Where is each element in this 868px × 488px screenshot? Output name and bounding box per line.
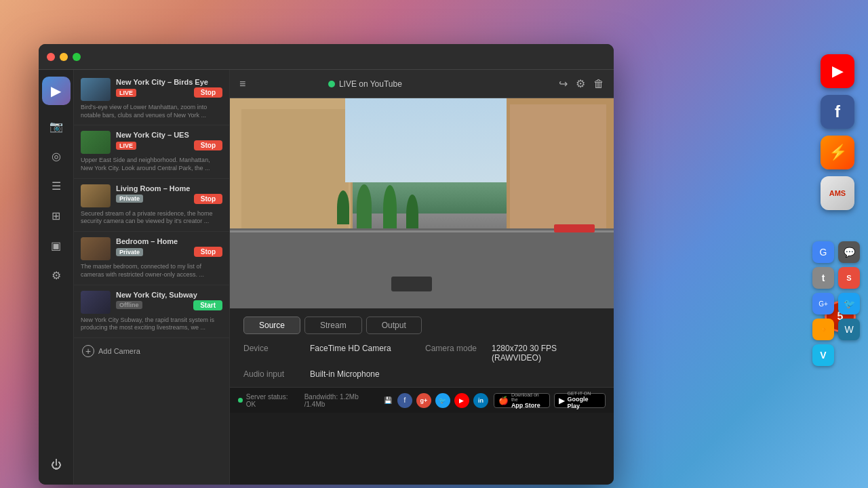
youtube-icon-symbol: ▶ (832, 62, 844, 80)
camera-description: The master bedroom, connected to my list… (81, 263, 222, 279)
sidebar: ▶ 📷 ◎ ☰ ⊞ ▣ ⚙ ⏻ (39, 70, 74, 485)
linkedin-link[interactable]: in (473, 393, 488, 408)
camera-thumb (81, 184, 111, 207)
google-play-badge[interactable]: ▶ GET IT ON Google Play (554, 393, 606, 408)
main-layout: ▶ 📷 ◎ ☰ ⊞ ▣ ⚙ ⏻ New York City – Birds Ey… (39, 70, 614, 485)
start-button[interactable]: Start (193, 300, 222, 310)
mini-icon-s[interactable]: S (838, 267, 860, 289)
menu-icon[interactable]: ≡ (239, 78, 245, 90)
status-badge: Offline (116, 301, 142, 309)
stop-button[interactable]: Stop (194, 247, 222, 257)
youtube-dock-icon[interactable]: ▶ (821, 54, 854, 88)
youtube-link[interactable]: ▶ (454, 393, 469, 408)
app-store-sublabel: Download on the (511, 392, 545, 402)
add-camera-label: Add Camera (98, 347, 140, 355)
audio-input-value: Built-in Microphone (310, 369, 380, 379)
app-logo[interactable]: ▶ (42, 77, 71, 105)
camera-name: New York City – Birds Eye (116, 78, 222, 86)
camera-item[interactable]: New York City – UES LIVE Stop Upper East… (74, 125, 229, 178)
status-dot (238, 398, 243, 403)
traffic-lights (47, 53, 81, 61)
share-icon[interactable]: ↪ (559, 77, 568, 90)
minimize-button[interactable] (60, 53, 68, 61)
live-dot (328, 81, 335, 87)
sidebar-icon-settings[interactable]: ⚙ (43, 262, 69, 288)
flash-dock-icon[interactable]: ⚡ (821, 136, 854, 169)
mini-icon-tw[interactable]: 🐦 (838, 293, 860, 314)
top-bar: ≡ LIVE on YouTube ↪ ⚙ 🗑 (230, 70, 614, 98)
right-dock: ▶ f ⚡ AMS (821, 54, 854, 210)
bottom-panel: Source Stream Output Device FaceTime HD … (230, 308, 614, 387)
app-store-label: App Store (511, 402, 545, 409)
tab-stream[interactable]: Stream (304, 317, 362, 334)
camera-item[interactable]: New York City, Subway Offline Start New … (74, 285, 229, 338)
server-status: Server status: OK Bandwidth: 1.2Mb /1.4M… (238, 393, 392, 408)
add-camera-button[interactable]: + Add Camera (74, 338, 229, 364)
camera-thumb (81, 78, 111, 101)
tab-source[interactable]: Source (243, 317, 300, 334)
camera-item[interactable]: Living Room – Home Private Stop Secured … (74, 179, 229, 232)
mini-icon-chat[interactable]: 💬 (838, 241, 860, 263)
stop-button[interactable]: Stop (194, 194, 222, 204)
mini-icon-t[interactable]: t (812, 267, 834, 289)
camera-name: Living Room – Home (116, 184, 222, 192)
sidebar-icon-grid[interactable]: ⊞ (43, 203, 69, 228)
flash-icon-symbol: ⚡ (829, 144, 847, 161)
sidebar-icon-location[interactable]: ◎ (43, 143, 69, 169)
live-text: LIVE on YouTube (339, 79, 402, 89)
sidebar-icon-media[interactable]: ▣ (43, 232, 69, 258)
camera-thumb (81, 291, 111, 314)
status-badge: LIVE (116, 142, 136, 150)
camera-item[interactable]: Bedroom – Home Private Stop The master b… (74, 232, 229, 285)
camera-thumb (81, 237, 111, 260)
settings-icon[interactable]: ⚙ (576, 77, 585, 90)
mini-icon-g[interactable]: G (812, 241, 834, 263)
source-info: Device FaceTime HD Camera Camera mode 12… (243, 344, 600, 379)
google-play-label: Google Play (568, 396, 601, 409)
google-play-icon: ▶ (559, 396, 565, 405)
mini-icon-goog[interactable]: G+ (812, 293, 834, 314)
add-icon: + (82, 345, 94, 357)
store-badges: 🍎 Download on the App Store ▶ GET IT ON … (494, 393, 606, 408)
camera-item[interactable]: New York City – Birds Eye LIVE Stop Bird… (74, 73, 229, 125)
google-play-sublabel: GET IT ON (568, 391, 601, 396)
facebook-link[interactable]: f (397, 393, 412, 408)
app-store-badge[interactable]: 🍎 Download on the App Store (494, 393, 550, 408)
device-label: Device (243, 344, 304, 353)
device-value: FaceTime HD Camera (310, 344, 391, 353)
camera-description: New York City Subway, the rapid transit … (81, 317, 222, 332)
ams-dock-icon[interactable]: AMS (821, 176, 854, 210)
mini-icon-v[interactable]: V (812, 344, 834, 366)
mini-icon-orang[interactable]: 🔸 (812, 319, 834, 340)
ams-icon-symbol: AMS (829, 189, 846, 197)
camera-mode-row: Camera mode 868x488 30 FPS (RAWVIDEO) (425, 344, 600, 363)
facebook-icon-symbol: f (835, 102, 840, 121)
google-plus-link[interactable]: g+ (416, 393, 431, 408)
camera-list: New York City – Birds Eye LIVE Stop Bird… (74, 70, 230, 485)
maximize-button[interactable] (73, 53, 81, 61)
status-badge: LIVE (116, 89, 136, 97)
live-indicator: LIVE on YouTube (328, 79, 402, 89)
camera-mode-value: 868x488 30 FPS (RAWVIDEO) (492, 344, 600, 363)
mini-icon-wp[interactable]: W (838, 319, 860, 340)
server-status-text: Server status: OK (246, 393, 298, 408)
facebook-dock-icon[interactable]: f (821, 95, 854, 129)
trash-icon[interactable]: 🗑 (593, 78, 604, 90)
stop-button[interactable]: Stop (194, 87, 222, 98)
camera-name: New York City, Subway (116, 291, 222, 299)
sidebar-icon-list[interactable]: ☰ (43, 173, 69, 199)
stop-button[interactable]: Stop (194, 140, 222, 150)
sidebar-icon-power[interactable]: ⏻ (43, 452, 69, 478)
camera-name: New York City – UES (116, 131, 222, 139)
twitter-link[interactable]: 🐦 (435, 393, 450, 408)
video-preview (230, 98, 614, 308)
sidebar-icon-cameras[interactable]: 📷 (43, 113, 69, 139)
content-area: ≡ LIVE on YouTube ↪ ⚙ 🗑 (230, 70, 614, 485)
apple-icon: 🍎 (498, 396, 509, 405)
tab-output[interactable]: Output (366, 317, 422, 334)
close-button[interactable] (47, 53, 55, 61)
titlebar (39, 44, 614, 70)
audio-input-row: Audio input Built-in Microphone (243, 369, 418, 379)
camera-description: Bird's-eye view of Lower Manhattan, zoom… (81, 104, 222, 119)
camera-name: Bedroom – Home (116, 237, 222, 245)
